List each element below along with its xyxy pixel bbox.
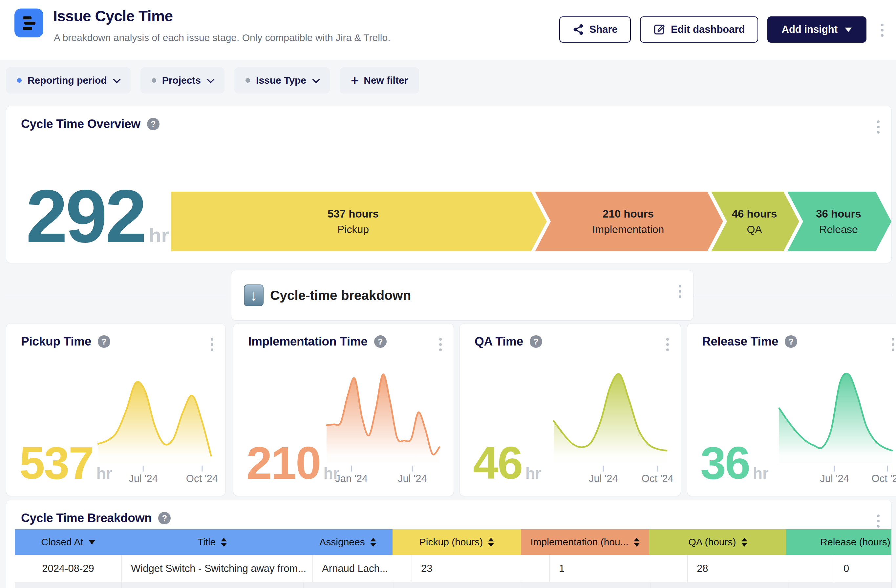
- add-insight-button[interactable]: Add insight: [767, 17, 867, 43]
- new-filter-button[interactable]: +New filter: [340, 67, 419, 93]
- stage-card-title-row: Implementation Time?: [248, 335, 387, 349]
- help-icon[interactable]: ?: [98, 335, 110, 348]
- funnel-stage-hours: 46 hours: [732, 208, 777, 220]
- banner-menu[interactable]: [677, 283, 683, 300]
- top-bar: Issue Cycle Time A breakdown analysis of…: [0, 0, 896, 60]
- chevron-down-icon: [312, 76, 320, 83]
- stage-card-menu[interactable]: [890, 336, 896, 353]
- tick-mark: [412, 466, 413, 472]
- column-header-release-hours-[interactable]: Release (hours): [786, 529, 891, 555]
- release-time-card: Release Time?36hrJul '24Oct '24: [687, 323, 896, 496]
- x-axis-label: Jul '24: [129, 473, 158, 484]
- table-cell: 28: [687, 555, 834, 582]
- x-axis-label: Oct '24: [642, 473, 674, 484]
- sort-icon: [488, 538, 494, 547]
- table-cell: [788, 582, 891, 588]
- column-header-pickup-hours-[interactable]: Pickup (hours): [393, 529, 521, 555]
- funnel-stage-name: Pickup: [337, 224, 369, 236]
- page-title: Issue Cycle Time: [53, 7, 173, 25]
- x-axis-tick: Jul '24: [129, 466, 158, 484]
- funnel-stage-qa: 46 hoursQA: [711, 192, 799, 251]
- help-icon[interactable]: ?: [785, 335, 797, 348]
- column-header-implementation-hou-[interactable]: Implementation (hou...: [521, 529, 649, 555]
- stage-card-value: 36hr: [700, 440, 769, 486]
- column-header-label: QA (hours): [688, 536, 736, 548]
- overview-total-unit: hr: [149, 224, 169, 247]
- table-card-menu[interactable]: [875, 513, 882, 530]
- column-header-label: Closed At: [41, 536, 83, 548]
- help-icon[interactable]: ?: [158, 512, 171, 524]
- funnel-stage-label: 210 hoursImplementation: [545, 192, 712, 251]
- add-insight-label: Add insight: [782, 24, 838, 35]
- funnel-stage-release: 36 hoursRelease: [787, 192, 891, 251]
- cycle-time-breakdown-banner: ↓ Cycle-time breakdown: [231, 270, 693, 321]
- implementation-time-card: Implementation Time?210hrJan '24Jul '24: [233, 323, 454, 496]
- table-header-row: Closed AtTitleAssigneesPickup (hours)Imp…: [15, 529, 891, 555]
- chevron-down-icon: [207, 76, 215, 83]
- column-header-label: Release (hours): [820, 536, 890, 548]
- filter-chip-label: Projects: [162, 75, 201, 86]
- stage-card-value: 46hr: [473, 440, 541, 486]
- share-button[interactable]: Share: [559, 17, 631, 43]
- cycle-time-overview-card: Cycle Time Overview ? 292 hr 537 hoursPi…: [6, 106, 892, 263]
- stage-card-title: Pickup Time: [21, 335, 91, 349]
- column-header-label: Implementation (hou...: [530, 536, 628, 548]
- edit-dashboard-label: Edit dashboard: [671, 24, 745, 35]
- page-subtitle: A breakdown analysis of each issue stage…: [54, 32, 390, 43]
- sparkline-chart: [777, 364, 895, 466]
- toolbar: Share Edit dashboard Add insight: [559, 17, 867, 43]
- funnel-stage-hours: 36 hours: [816, 208, 861, 220]
- dashboard-page: Issue Cycle Time A breakdown analysis of…: [0, 0, 896, 588]
- sort-icon: [370, 538, 376, 547]
- filter-chip-label: Issue Type: [256, 75, 306, 86]
- table-cell: [303, 582, 393, 588]
- funnel-stage-label: 36 hoursRelease: [797, 192, 880, 251]
- filter-bar: Reporting periodProjectsIssue Type+New f…: [6, 67, 419, 93]
- topbar-overflow-menu[interactable]: [879, 22, 885, 39]
- filter-dot-icon: [245, 78, 250, 83]
- stage-card-title: QA Time: [475, 335, 523, 349]
- filter-dot-icon: [17, 78, 22, 83]
- app-logo-icon[interactable]: [14, 9, 43, 37]
- stage-card-menu[interactable]: [437, 336, 444, 353]
- x-axis-tick: Jul '24: [589, 466, 618, 484]
- x-axis-tick: Oct '24: [642, 466, 674, 484]
- stage-card-menu[interactable]: [209, 336, 215, 353]
- tick-mark: [351, 466, 352, 472]
- tick-mark: [834, 466, 835, 472]
- tick-mark: [657, 466, 658, 472]
- caret-down-icon: [845, 27, 852, 32]
- sort-icon: [634, 538, 640, 547]
- table-row[interactable]: 2024-08-29Widget Switch - Switching away…: [15, 555, 891, 582]
- column-header-closed-at[interactable]: Closed At: [15, 529, 122, 555]
- overview-card-menu[interactable]: [875, 119, 882, 136]
- table-cell: [15, 582, 122, 588]
- stage-value-unit: hr: [753, 464, 769, 482]
- column-header-label: Title: [198, 536, 216, 548]
- help-icon[interactable]: ?: [530, 335, 542, 348]
- x-axis-label: Oct '24: [186, 473, 218, 484]
- help-icon[interactable]: ?: [147, 118, 160, 130]
- filter-chip-reporting-period[interactable]: Reporting period: [6, 67, 131, 93]
- funnel-stage-name: Implementation: [593, 224, 664, 236]
- edit-dashboard-button[interactable]: Edit dashboard: [640, 17, 758, 43]
- table-cell: 1: [550, 555, 687, 582]
- funnel-stage-label: 537 hoursPickup: [171, 192, 535, 251]
- filter-chip-projects[interactable]: Projects: [140, 67, 224, 93]
- help-icon[interactable]: ?: [374, 335, 387, 348]
- filter-chip-issue-type[interactable]: Issue Type: [234, 67, 330, 93]
- share-icon: [572, 24, 584, 35]
- issues-table: Closed AtTitleAssigneesPickup (hours)Imp…: [15, 529, 891, 588]
- stage-card-menu[interactable]: [664, 336, 671, 353]
- table-row-partial[interactable]: [15, 582, 891, 588]
- column-header-title[interactable]: Title: [122, 529, 303, 555]
- stage-sparkline: Jul '24Oct '24: [551, 364, 669, 491]
- tick-mark: [201, 466, 203, 472]
- stage-value-number: 46: [473, 440, 522, 486]
- column-header-qa-hours-[interactable]: QA (hours): [649, 529, 786, 555]
- qa-time-card: QA Time?46hrJul '24Oct '24: [460, 323, 681, 496]
- column-header-assignees[interactable]: Assignees: [303, 529, 393, 555]
- filter-dot-icon: [152, 78, 156, 83]
- funnel-stage-implementation: 210 hoursImplementation: [535, 192, 723, 251]
- sort-icon: [221, 538, 227, 547]
